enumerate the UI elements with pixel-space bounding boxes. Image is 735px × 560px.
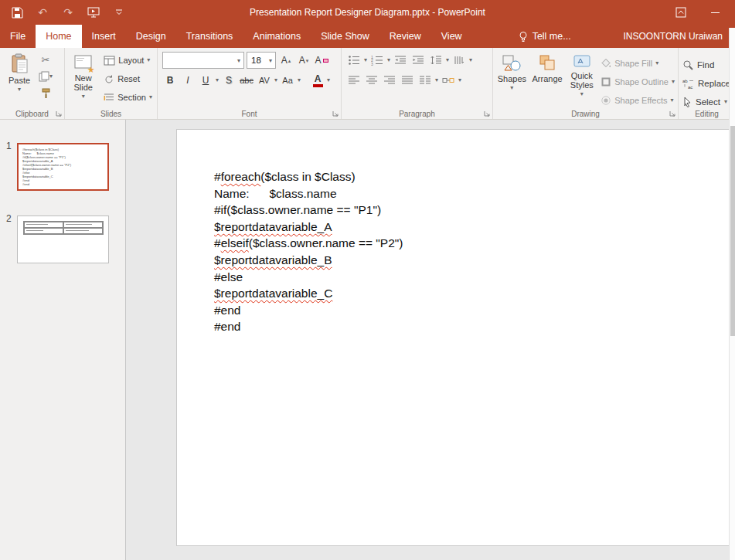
shape-outline-icon — [601, 76, 611, 87]
slide-text-line: Name: $class.name — [214, 185, 403, 202]
slide-canvas[interactable]: #foreach($class in $Class)Name: $class.n… — [127, 120, 735, 560]
slide-thumbnail-panel: 1 #foreach($class in $Class)Name: $class… — [0, 120, 126, 560]
font-name-select[interactable]: ▾ — [162, 52, 244, 69]
new-slide-icon: ★ — [73, 53, 94, 72]
ribbon-display-options-icon[interactable] — [674, 5, 688, 19]
tab-home[interactable]: Home — [36, 25, 81, 48]
columns-button[interactable] — [417, 73, 433, 88]
title-bar: ↶ ↷ Presentation Report Designer Diagram… — [0, 0, 735, 25]
slide-text-line: $reportdatavariable_C — [214, 285, 403, 302]
quick-styles-button[interactable]: Quick Styles ▾ — [566, 50, 597, 106]
tab-design[interactable]: Design — [126, 25, 176, 48]
tab-animations[interactable]: Animations — [243, 25, 311, 48]
paragraph-dialog-launcher[interactable] — [484, 110, 491, 117]
increase-indent-button[interactable] — [410, 53, 426, 68]
clear-formatting-button[interactable]: A — [314, 53, 329, 68]
slide-text-line: #foreach($class in $Class) — [214, 168, 403, 185]
shape-effects-icon — [601, 95, 611, 106]
section-icon — [104, 93, 114, 102]
workspace: 1 #foreach($class in $Class)Name: $class… — [0, 120, 735, 560]
numbering-button[interactable]: 123 — [369, 53, 385, 68]
find-button[interactable]: Find — [681, 56, 733, 73]
tab-view[interactable]: View — [431, 25, 472, 48]
increase-font-size-button[interactable]: A▴ — [278, 53, 294, 68]
font-dialog-launcher[interactable] — [332, 110, 339, 117]
dropdown-caret: ▾ — [298, 77, 301, 83]
slide-text[interactable]: #foreach($class in $Class)Name: $class.n… — [214, 168, 403, 335]
scrollbar-thumb[interactable] — [730, 126, 735, 336]
slides-group-label: Slides — [65, 110, 157, 118]
slide-1-thumbnail[interactable]: #foreach($class in $Class)Name: $class.n… — [17, 143, 109, 191]
cut-button[interactable]: ✂ — [38, 52, 53, 67]
decrease-font-size-button[interactable]: A▾ — [296, 53, 311, 68]
save-icon[interactable] — [10, 5, 24, 19]
tell-me-box[interactable]: Tell me... — [519, 25, 571, 48]
character-spacing-button[interactable]: AV — [257, 73, 272, 88]
bullets-button[interactable] — [346, 53, 362, 68]
reset-button[interactable]: Reset — [100, 70, 155, 87]
shape-effects-button[interactable]: Shape Effects ▾ — [599, 92, 676, 109]
shapes-button[interactable]: Shapes ▾ — [495, 50, 529, 106]
window-controls — [674, 5, 735, 19]
replace-button[interactable]: abac Replace — [681, 75, 733, 92]
minimize-button[interactable] — [711, 12, 720, 13]
slide-text-line: #end — [214, 318, 403, 335]
tab-file[interactable]: File — [0, 25, 36, 48]
slide-text-line: $reportdatavariable_B — [214, 252, 403, 269]
align-center-button[interactable] — [364, 73, 379, 88]
paste-button[interactable]: Paste ▾ — [2, 50, 36, 106]
slide-text-line: #if($class.owner.name == "P1") — [214, 202, 403, 219]
start-slideshow-icon[interactable] — [87, 5, 100, 19]
new-slide-label: New Slide — [67, 73, 99, 92]
format-painter-icon[interactable] — [38, 86, 53, 101]
slide-2-thumbnail[interactable] — [17, 216, 109, 263]
italic-button[interactable]: I — [180, 73, 196, 88]
convert-to-smartart-button[interactable] — [441, 73, 456, 88]
font-color-button[interactable]: A — [311, 74, 325, 87]
change-case-button[interactable]: Aa — [280, 73, 295, 88]
tab-insert[interactable]: Insert — [82, 25, 126, 48]
justify-button[interactable] — [400, 73, 415, 88]
shape-fill-button[interactable]: Shape Fill ▾ — [599, 55, 676, 72]
undo-icon[interactable]: ↶ — [36, 5, 49, 19]
layout-button[interactable]: Layout ▾ — [100, 52, 155, 69]
customize-qat-icon[interactable] — [112, 5, 126, 19]
tab-slide-show[interactable]: Slide Show — [311, 25, 379, 48]
quick-styles-label: Quick Styles — [566, 71, 597, 90]
clipboard-dialog-launcher[interactable] — [56, 110, 63, 117]
section-button[interactable]: Section ▾ — [100, 89, 155, 106]
text-shadow-button[interactable]: S — [221, 73, 236, 88]
current-slide[interactable]: #foreach($class in $Class)Name: $class.n… — [177, 130, 735, 545]
dropdown-caret: ▾ — [216, 77, 219, 83]
redo-icon[interactable]: ↷ — [61, 5, 75, 19]
underline-button[interactable]: U — [198, 73, 213, 88]
dropdown-caret: ▾ — [387, 57, 390, 63]
tab-transitions[interactable]: Transitions — [176, 25, 243, 48]
shape-outline-button[interactable]: Shape Outline ▾ — [599, 73, 676, 90]
dropdown-caret: ▾ — [580, 91, 584, 97]
text-direction-button[interactable] — [451, 53, 467, 68]
line-spacing-button[interactable] — [428, 53, 444, 68]
copy-button[interactable]: ▾ — [38, 69, 53, 84]
thumb-text-line: #end — [22, 182, 104, 186]
svg-text:3: 3 — [371, 62, 373, 66]
arrange-icon — [538, 53, 556, 73]
decrease-indent-button[interactable] — [393, 53, 408, 68]
vertical-scrollbar[interactable] — [729, 28, 735, 560]
bold-button[interactable]: B — [162, 73, 178, 88]
clipboard-group: Paste ▾ ✂ ▾ Clipboard — [0, 48, 65, 119]
user-account[interactable]: INSOONTORN Uraiwan — [624, 25, 723, 48]
dropdown-caret: ▾ — [655, 60, 658, 66]
tab-review[interactable]: Review — [379, 25, 431, 48]
strikethrough-button[interactable]: abc — [239, 73, 254, 88]
arrange-button[interactable]: Arrange — [530, 50, 565, 106]
slides-group: ★ New Slide ▾ Layout ▾ Reset — [65, 48, 158, 119]
align-left-button[interactable] — [346, 73, 362, 88]
new-slide-button[interactable]: ★ New Slide ▾ — [67, 50, 99, 106]
shape-effects-label: Shape Effects — [614, 96, 667, 105]
select-button[interactable]: Select ▾ — [681, 93, 733, 110]
drawing-dialog-launcher[interactable] — [669, 110, 676, 117]
font-size-select[interactable]: 18 ▾ — [247, 52, 276, 69]
align-right-button[interactable] — [382, 73, 397, 88]
dropdown-caret: ▾ — [435, 77, 438, 83]
